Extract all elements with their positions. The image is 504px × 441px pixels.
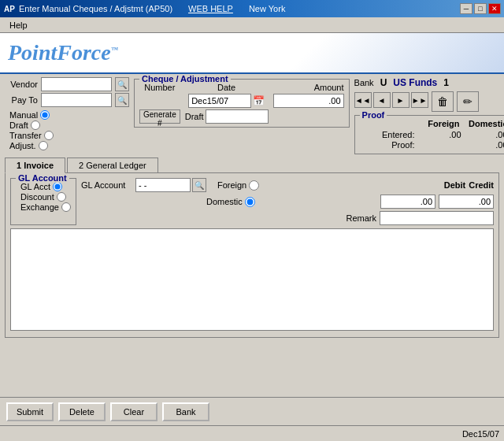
vendor-input[interactable] — [41, 77, 112, 91]
transfer-radio[interactable] — [44, 131, 54, 140]
number-header: Number — [144, 83, 175, 92]
gl-acct-label: GL Acct — [20, 182, 50, 191]
app-icon: AP — [3, 2, 16, 15]
gl-account-label: GL Account — [81, 180, 132, 190]
help-menu[interactable]: Help — [3, 19, 34, 32]
vendor-label: Vendor — [5, 80, 38, 89]
gl-lookup-icon: 🔍 — [195, 181, 204, 190]
gl-right-panel: GL Account 🔍 Foreign Debit Credit — [81, 178, 494, 225]
gl-radio-group: GL Acct Discount Exchange — [20, 182, 71, 212]
adjust-label: Adjust. — [9, 141, 36, 150]
cheque-fieldset: Cheque / Adjustment Number Generate # Da… — [134, 79, 350, 128]
lookup-icon: 🔍 — [117, 80, 127, 89]
logo-accent: Force — [57, 40, 110, 65]
bank-number: 1 — [443, 77, 449, 88]
nav-buttons: ◄◄ ◄ ► ►► — [354, 92, 428, 108]
amount-input[interactable] — [273, 94, 344, 108]
gl-account-legend: GL Account — [16, 173, 69, 183]
status-date: Dec15/07 — [462, 429, 499, 439]
entered-domestic: .00 — [465, 130, 504, 139]
first-button[interactable]: ◄◄ — [354, 92, 372, 108]
domestic-header: Domestic — [465, 119, 504, 128]
payto-lookup-button[interactable]: 🔍 — [115, 93, 129, 107]
exchange-radio[interactable] — [61, 202, 71, 212]
manual-radio[interactable] — [40, 110, 50, 120]
draft-radio[interactable] — [31, 120, 40, 130]
entered-label: Entered: — [380, 130, 415, 139]
domestic-label: Domestic — [206, 197, 243, 206]
credit-input[interactable] — [439, 195, 494, 209]
close-button[interactable]: ✕ — [488, 3, 501, 14]
delete-button[interactable]: Delete — [58, 402, 106, 421]
tab-invoice[interactable]: 1 Invoice — [5, 158, 65, 173]
last-button[interactable]: ►► — [411, 92, 428, 108]
bank-code: U — [380, 77, 387, 88]
type-radio-group: Manual Draft Transfer Adjust. — [9, 110, 54, 150]
amount-header: Amount — [314, 83, 344, 92]
credit-header: Credit — [469, 180, 494, 190]
calendar-icon[interactable]: 📅 — [253, 95, 265, 106]
manual-label: Manual — [9, 110, 38, 120]
window-controls: ─ □ ✕ — [460, 3, 501, 14]
foreign-radio[interactable] — [249, 180, 259, 191]
logo-trademark: ™ — [111, 46, 118, 54]
bank-name: US Funds — [393, 77, 437, 88]
title-text: Enter Manual Cheques / Adjstmt (AP50) WE… — [19, 4, 460, 13]
discount-radio[interactable] — [57, 192, 66, 202]
debit-input[interactable] — [380, 195, 435, 209]
entered-foreign: .00 — [418, 130, 461, 139]
location-label: New York — [249, 4, 285, 13]
next-button[interactable]: ► — [392, 92, 410, 108]
logo-plain: Point — [8, 40, 57, 65]
proof-label: Proof: — [380, 140, 415, 150]
minimize-button[interactable]: ─ — [460, 3, 472, 14]
bank-button[interactable]: Bank — [162, 402, 209, 421]
gl-acct-radio[interactable] — [53, 182, 62, 191]
domestic-radio[interactable] — [245, 197, 255, 207]
payto-input[interactable] — [41, 93, 112, 107]
tabs-bar: 1 Invoice 2 General Ledger — [5, 158, 499, 173]
clear-button[interactable]: Clear — [110, 402, 158, 421]
exchange-label: Exchange — [20, 202, 59, 212]
date-input[interactable] — [188, 94, 251, 108]
bottom-bar: Submit Delete Clear Bank — [0, 397, 504, 425]
title-bar: AP Enter Manual Cheques / Adjstmt (AP50)… — [0, 0, 504, 17]
vendor-lookup-button[interactable]: 🔍 — [115, 77, 129, 91]
payto-lookup-icon: 🔍 — [117, 96, 127, 105]
remark-label: Remark — [346, 213, 376, 223]
title-label: Enter Manual Cheques / Adjstmt (AP50) — [19, 4, 172, 13]
maximize-button[interactable]: □ — [474, 3, 487, 14]
cheque-legend: Cheque / Adjustment — [139, 74, 231, 83]
logo: PointForce™ — [8, 40, 118, 65]
edit-icon-button[interactable]: ✏ — [457, 91, 479, 112]
menu-bar: Help — [0, 17, 504, 33]
tab-general-ledger[interactable]: 2 General Ledger — [67, 158, 158, 172]
bank-label: Bank — [354, 78, 374, 87]
debit-header: Debit — [442, 180, 465, 190]
notes-textarea[interactable] — [10, 228, 494, 331]
webhelp-label[interactable]: WEB HELP — [188, 4, 233, 13]
prev-button[interactable]: ◄ — [373, 92, 391, 108]
status-bar: Dec15/07 — [0, 425, 504, 441]
discount-label: Discount — [20, 192, 54, 202]
foreign-label: Foreign — [217, 180, 246, 190]
draft-field-label: Draft — [185, 112, 204, 121]
draft-input[interactable] — [206, 109, 269, 124]
payto-label: Pay To — [5, 95, 38, 105]
remark-input[interactable] — [380, 211, 494, 225]
proof-section: Proof Foreign Domestic Entered: .00 .00 … — [354, 115, 504, 154]
gl-lookup-button[interactable]: 🔍 — [192, 178, 206, 192]
gl-account-panel: GL Account GL Acct Discount Exchange — [10, 178, 76, 225]
submit-button[interactable]: Submit — [6, 402, 54, 421]
generate-button[interactable]: Generate # — [139, 109, 180, 124]
delete-icon-button[interactable]: 🗑 — [432, 91, 454, 112]
tab-content: GL Account GL Acct Discount Exchange — [5, 173, 499, 338]
proof-legend: Proof — [360, 110, 387, 120]
adjust-radio[interactable] — [39, 141, 48, 150]
proof-domestic: .00 — [465, 140, 504, 150]
draft-label: Draft — [9, 120, 28, 130]
gl-account-input[interactable] — [135, 178, 191, 192]
date-header: Date — [217, 83, 235, 92]
foreign-header: Foreign — [417, 119, 460, 128]
logo-area: PointForce™ — [0, 33, 504, 74]
